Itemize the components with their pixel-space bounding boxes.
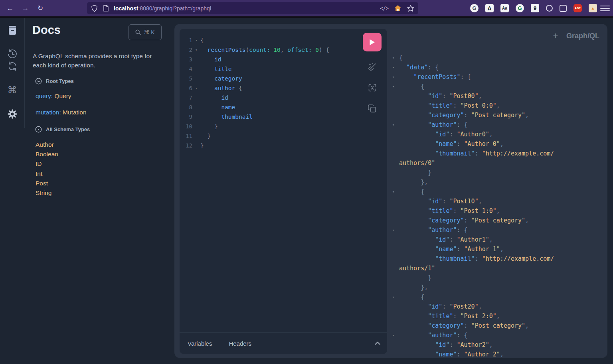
docs-search-button[interactable]: ⌘ K xyxy=(129,24,162,40)
code-text: "id": "Author1", xyxy=(399,235,493,244)
url-text[interactable]: localhost:8080/graphiql?path=/graphql xyxy=(114,5,380,12)
line-number: 6 xyxy=(180,83,192,93)
fold-arrow-icon[interactable]: ▾ xyxy=(192,45,200,55)
code-line: ▾ "data": { xyxy=(392,63,602,72)
line-number: 1 xyxy=(180,35,192,45)
fold-arrow-icon[interactable]: ▾ xyxy=(392,187,399,197)
ext-grammarly-icon[interactable]: G xyxy=(516,4,524,12)
code-text: } xyxy=(399,168,431,177)
code-text: "thumbnail": "http://example.com/ xyxy=(399,254,554,264)
query-editor[interactable]: 1▾{2▾ recentPosts(count: 10, offset: 0) … xyxy=(180,29,387,354)
forward-button[interactable]: → xyxy=(19,2,31,14)
fold-arrow-icon[interactable]: ▾ xyxy=(392,53,399,63)
fold-arrow-icon[interactable]: ▾ xyxy=(192,35,200,45)
code-line: ▾{ xyxy=(392,53,602,63)
root-type-link[interactable]: query: Query xyxy=(36,88,87,104)
ext-puzzle-icon[interactable] xyxy=(560,5,567,12)
code-text: "recentPosts": [ xyxy=(399,72,471,82)
line-number: 5 xyxy=(180,74,192,83)
schema-type-link[interactable]: Post xyxy=(36,179,58,188)
code-text: "id": "Post00", xyxy=(399,91,482,101)
collapse-tools-button[interactable] xyxy=(374,340,381,347)
line-number: 11 xyxy=(180,131,192,141)
add-tab-button[interactable]: + xyxy=(550,30,561,41)
ext-translate-icon[interactable]: Aa xyxy=(500,4,509,12)
reload-button[interactable]: ↻ xyxy=(34,2,46,14)
code-line: 3 id xyxy=(180,55,329,64)
fold-arrow-icon[interactable]: ▾ xyxy=(392,120,399,130)
plugin-sidebar: ⌘ xyxy=(0,18,25,128)
copy-query-button[interactable] xyxy=(367,103,378,114)
line-number: 7 xyxy=(180,93,192,102)
ext-g-badge-icon[interactable]: G xyxy=(470,4,479,12)
schema-type-link[interactable]: ID xyxy=(36,159,58,169)
devtools-icon[interactable]: </> xyxy=(380,6,389,11)
bookmark-star-icon[interactable] xyxy=(407,5,414,12)
code-line: }, xyxy=(392,283,602,292)
prettify-button[interactable] xyxy=(367,62,378,72)
ext-adblock-icon[interactable]: ABP xyxy=(573,4,582,12)
code-text: "id": "Author2", xyxy=(399,340,493,350)
all-schema-types-icon xyxy=(35,126,42,133)
shield-icon[interactable] xyxy=(91,5,98,12)
fold-arrow-icon[interactable]: ▾ xyxy=(392,82,399,91)
code-line: ▾ "recentPosts": [ xyxy=(392,72,602,82)
fold-gutter xyxy=(392,283,399,292)
keyboard-shortcuts-button[interactable]: ⌘ xyxy=(6,84,18,96)
schema-type-link[interactable]: Author xyxy=(36,140,58,150)
fold-gutter xyxy=(392,168,399,177)
ext-reader-icon[interactable]: ▲ xyxy=(589,4,597,12)
fold-arrow-icon[interactable]: ▾ xyxy=(392,292,399,302)
back-button[interactable]: ← xyxy=(4,2,16,14)
play-icon xyxy=(369,39,376,46)
tab-headers[interactable]: Headers xyxy=(229,340,251,347)
fold-gutter xyxy=(392,91,399,101)
code-text: }, xyxy=(399,283,428,292)
line-number: 3 xyxy=(180,55,192,64)
fold-arrow-icon[interactable]: ▾ xyxy=(392,72,399,82)
fold-gutter xyxy=(192,93,200,102)
fold-arrow-icon[interactable]: ▾ xyxy=(392,225,399,235)
refetch-schema-button[interactable] xyxy=(6,60,18,72)
fold-gutter xyxy=(192,141,200,150)
fold-gutter xyxy=(392,149,399,158)
schema-type-link[interactable]: Boolean xyxy=(36,150,58,159)
code-line: 1▾{ xyxy=(180,35,329,45)
fold-arrow-icon[interactable]: ▾ xyxy=(392,331,399,340)
response-viewer[interactable]: ▾{▾ "data": {▾ "recentPosts": [▾ { "id":… xyxy=(392,53,602,359)
query-code[interactable]: 1▾{2▾ recentPosts(count: 10, offset: 0) … xyxy=(180,35,329,150)
merge-fragments-button[interactable] xyxy=(367,83,378,93)
code-text: "id": "Author0", xyxy=(399,130,493,139)
history-plugin-button[interactable] xyxy=(6,48,18,60)
tab-variables[interactable]: Variables xyxy=(188,340,212,347)
code-line: 7 id xyxy=(180,93,329,102)
settings-button[interactable] xyxy=(6,108,18,120)
fold-gutter xyxy=(392,130,399,139)
fold-arrow-icon[interactable]: ▾ xyxy=(192,83,200,93)
page-icon[interactable] xyxy=(103,5,109,12)
fold-gutter xyxy=(192,131,200,141)
ext-fonts-icon[interactable]: A xyxy=(485,4,494,12)
url-bar[interactable]: localhost:8080/graphiql?path=/graphql </… xyxy=(87,2,418,14)
schema-type-link[interactable]: String xyxy=(36,188,58,198)
fold-gutter xyxy=(392,264,399,273)
schema-type-link[interactable]: Int xyxy=(36,169,58,179)
code-line: 8 name xyxy=(180,102,329,112)
fold-gutter xyxy=(392,101,399,110)
docs-plugin-button[interactable] xyxy=(6,24,18,36)
code-text: "author": { xyxy=(399,331,468,340)
fold-gutter xyxy=(392,244,399,254)
root-type-link[interactable]: mutation: Mutation xyxy=(36,104,87,120)
ext-loop-icon[interactable] xyxy=(546,5,553,12)
ext-keeper-icon[interactable]: 9 xyxy=(531,4,539,12)
code-line: "id": "Author2", xyxy=(392,340,602,350)
root-types-list: query: Querymutation: Mutation xyxy=(36,88,87,120)
menu-icon[interactable] xyxy=(600,4,610,12)
graphiql-logo: GraphiQL xyxy=(566,32,599,40)
code-line: ▾ "author": { xyxy=(392,120,602,130)
fold-arrow-icon[interactable]: ▾ xyxy=(392,63,399,72)
fold-gutter xyxy=(392,177,399,187)
code-line: ▾ "author": { xyxy=(392,225,602,235)
home-icon[interactable] xyxy=(394,5,401,12)
execute-query-button[interactable] xyxy=(363,33,382,51)
